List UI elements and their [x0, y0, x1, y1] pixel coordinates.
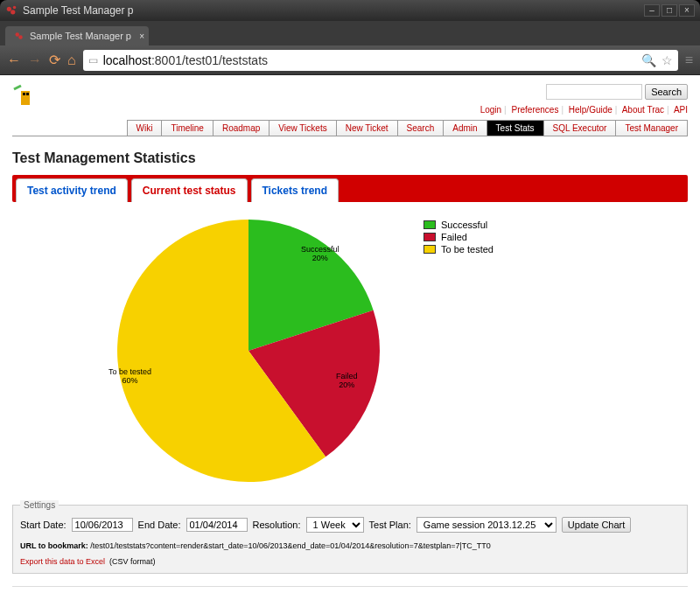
update-chart-button[interactable]: Update Chart	[562, 517, 631, 533]
legend-item: Successful	[424, 220, 494, 230]
settings-row: Start Date: End Date: Resolution: 1 Week…	[20, 517, 680, 533]
label-tobetested: To be tested60%	[108, 368, 151, 386]
main-nav: WikiTimelineRoadmapView TicketsNew Ticke…	[12, 120, 688, 136]
metanav-login[interactable]: Login	[480, 105, 501, 115]
export-excel-link[interactable]: Export this data to Excel	[20, 557, 105, 566]
metanav-preferences[interactable]: Preferences	[511, 105, 558, 115]
svg-point-4	[18, 35, 23, 39]
svg-point-3	[16, 32, 20, 37]
metanav-about[interactable]: About Trac	[622, 105, 664, 115]
svg-point-2	[13, 6, 17, 10]
url-text: localhost:8001/test01/teststats	[103, 53, 636, 67]
svg-point-0	[7, 7, 11, 11]
window-controls: – □ ×	[644, 4, 695, 17]
search-area: Search Login| Preferences| Help/Guide| A…	[480, 84, 688, 115]
close-button[interactable]: ×	[679, 4, 695, 17]
project-logo[interactable]	[12, 84, 35, 110]
stats-tabs: Test activity trendCurrent test statusTi…	[12, 175, 688, 202]
bookmark-url: /test01/teststats?content=render&start_d…	[90, 541, 490, 550]
footer: trac Powered by Trac 1.0.1 By Edgewall S…	[12, 586, 688, 593]
search-icon[interactable]: 🔍	[641, 53, 656, 67]
mainnav-item[interactable]: Test Stats	[486, 120, 544, 136]
browser-tab[interactable]: Sample Test Manager p ×	[5, 26, 149, 45]
bookmark-label: URL to bookmark:	[20, 541, 88, 550]
mainnav-item[interactable]: Admin	[443, 120, 486, 136]
label-successful: Successful20%	[301, 246, 340, 263]
svg-point-1	[10, 10, 15, 14]
header-row: Search Login| Preferences| Help/Guide| A…	[12, 84, 688, 115]
page-content: Search Login| Preferences| Help/Guide| A…	[0, 75, 700, 593]
testplan-select[interactable]: Game session 2013.12.25	[416, 517, 556, 533]
browser-window: Sample Test Manager p – □ × Sample Test …	[0, 0, 700, 593]
url-toolbar: ← → ⟳ ⌂ ▭ localhost:8001/test01/teststat…	[0, 45, 700, 75]
forward-icon[interactable]: →	[28, 52, 42, 68]
browser-tabbar: Sample Test Manager p ×	[0, 21, 700, 45]
pie-chart: Successful20% Failed20% To be tested60%	[108, 220, 388, 482]
label-failed: Failed20%	[336, 373, 358, 390]
window-title: Sample Test Manager p	[23, 4, 644, 17]
menu-icon[interactable]: ≡	[685, 52, 693, 68]
mainnav-item[interactable]: Roadmap	[213, 120, 270, 136]
stats-tab[interactable]: Current test status	[131, 178, 248, 202]
settings-fieldset: Settings Start Date: End Date: Resolutio…	[12, 505, 688, 574]
start-date-label: Start Date:	[20, 520, 66, 530]
svg-rect-7	[26, 93, 29, 95]
back-icon[interactable]: ←	[7, 52, 21, 68]
testplan-label: Test Plan:	[369, 520, 411, 530]
legend-item: To be tested	[424, 244, 494, 255]
trac-icon	[5, 4, 18, 17]
metanav: Login| Preferences| Help/Guide| About Tr…	[480, 105, 688, 115]
start-date-input[interactable]	[72, 518, 133, 532]
browser-tab-title: Sample Test Manager p	[30, 31, 131, 41]
end-date-input[interactable]	[186, 518, 248, 532]
resolution-label: Resolution:	[253, 520, 301, 530]
minimize-button[interactable]: –	[644, 4, 660, 17]
metanav-help[interactable]: Help/Guide	[569, 105, 612, 115]
mainnav-item[interactable]: Timeline	[161, 120, 213, 136]
mainnav-item[interactable]: Search	[397, 120, 444, 136]
home-icon[interactable]: ⌂	[67, 52, 76, 68]
maximize-button[interactable]: □	[662, 4, 677, 17]
mainnav-item[interactable]: Wiki	[127, 120, 163, 136]
bookmark-star-icon[interactable]: ☆	[662, 53, 673, 67]
page-title: Test Management Statistics	[12, 150, 688, 166]
end-date-label: End Date:	[138, 520, 181, 530]
metanav-api[interactable]: API	[674, 105, 688, 115]
trac-icon	[14, 31, 24, 41]
tab-close-icon[interactable]: ×	[139, 31, 144, 41]
legend: SuccessfulFailedTo be tested	[424, 220, 494, 482]
page-identity-icon: ▭	[88, 54, 98, 66]
titlebar: Sample Test Manager p – □ ×	[0, 0, 700, 21]
stats-tab[interactable]: Test activity trend	[16, 178, 128, 202]
svg-rect-6	[23, 93, 25, 95]
mainnav-item[interactable]: SQL Executor	[543, 120, 617, 136]
export-suffix: (CSV format)	[109, 557, 156, 566]
search-input[interactable]	[546, 84, 642, 100]
resolution-select[interactable]: 1 Week	[306, 517, 364, 533]
mainnav-item[interactable]: New Ticket	[336, 120, 398, 136]
bookmark-row: URL to bookmark: /test01/teststats?conte…	[20, 541, 680, 550]
settings-legend: Settings	[20, 500, 59, 510]
export-row: Export this data to Excel (CSV format)	[20, 557, 680, 566]
legend-item: Failed	[424, 232, 494, 242]
mainnav-item[interactable]: View Tickets	[269, 120, 336, 136]
reload-icon[interactable]: ⟳	[49, 52, 60, 68]
stats-tab[interactable]: Tickets trend	[251, 178, 339, 202]
chart-area: Successful20% Failed20% To be tested60% …	[12, 202, 688, 499]
mainnav-item[interactable]: Test Manager	[615, 120, 688, 136]
url-input[interactable]: ▭ localhost:8001/test01/teststats 🔍 ☆	[83, 50, 678, 71]
search-button[interactable]: Search	[645, 84, 688, 100]
